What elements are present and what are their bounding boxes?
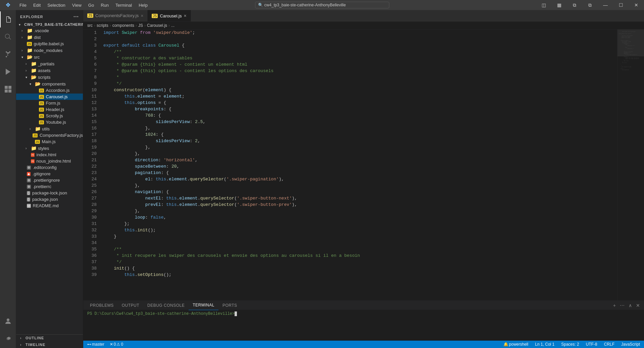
sidebar-item-assets[interactable]: ›📁 assets [16, 67, 83, 74]
sidebar-item-utils[interactable]: ›📁 utils [16, 125, 83, 132]
activity-explorer[interactable] [0, 11, 16, 27]
file-icon-main: JS [35, 140, 40, 144]
file-icon-index_html: H [31, 153, 35, 157]
window-layout2-button[interactable]: ▦ [551, 0, 567, 10]
search-input[interactable] [264, 3, 382, 7]
sidebar-item-package_json[interactable]: {} package.json [16, 196, 83, 202]
panel-collapse-button[interactable]: ∧ [627, 302, 633, 309]
tab-close-components-factory[interactable]: × [141, 13, 143, 18]
sidebar-item-form[interactable]: JS Form.js [16, 100, 83, 106]
sidebar-item-readme[interactable]: M README.md [16, 202, 83, 209]
sidebar-item-nous_joindre[interactable]: H nous_joindre.html [16, 158, 83, 164]
tab-components-factory[interactable]: JSComponentsFactory.js× [83, 10, 148, 21]
window-layout4-button[interactable]: ⧉ [582, 0, 598, 10]
sidebar-label-src: src [34, 55, 40, 60]
tab-carousel[interactable]: JSCarousel.js× [148, 10, 191, 21]
sidebar-item-gitignore[interactable]: ◆ .gitignore [16, 171, 83, 177]
activity-settings[interactable] [0, 331, 16, 347]
sidebar-item-accordion[interactable]: JS Accordion.js [16, 87, 83, 94]
menu-item-go[interactable]: Go [85, 0, 97, 10]
sidebar-item-package_lock[interactable]: {} package-lock.json [16, 190, 83, 196]
app-icon: ❖ [0, 0, 16, 10]
timeline-section[interactable]: › TIMELINE [16, 341, 83, 348]
sidebar-item-src[interactable]: ▾📂 src [16, 54, 83, 60]
window-minimize-button[interactable]: — [598, 0, 613, 10]
line-number-16: 16 [83, 125, 97, 131]
sidebar-item-components[interactable]: ▾📂 components [16, 80, 83, 87]
breadcrumb-part-1[interactable]: scripts [97, 23, 108, 28]
status-notification[interactable]: 🔔 powershell [502, 342, 530, 347]
file-icon-nous_joindre: H [31, 159, 35, 163]
menu-item-view[interactable]: View [69, 0, 85, 10]
sidebar-more-icon[interactable]: ⋯ [73, 13, 79, 20]
sidebar-item-scripts[interactable]: ▾📂 scripts [16, 74, 83, 80]
activity-accounts[interactable] [0, 313, 16, 329]
panel-add-button[interactable]: + [612, 302, 617, 309]
sidebar-item-dist[interactable]: ›📁 dist [16, 34, 83, 41]
panel-tab-debug-console[interactable]: DEBUG CONSOLE [143, 301, 189, 310]
status-branch[interactable]: ⊷ master [86, 342, 106, 347]
status-errors[interactable]: ✕ 0 ⚠ 0 [108, 342, 125, 347]
sidebar-item-scrolly[interactable]: JS Scrolly.js [16, 113, 83, 119]
outline-section[interactable]: › OUTLINE [16, 335, 83, 341]
menu-item-run[interactable]: Run [97, 0, 112, 10]
window-maximize-button[interactable]: ☐ [613, 0, 629, 10]
sidebar-root[interactable]: ▾ CW4_TP3_BAIE-STE-CATHERINE-... [16, 22, 83, 27]
terminal-content[interactable]: PS D:\Cours\Cw4\cw4_tp3_baie-ste-catheri… [83, 310, 644, 341]
activity-run-debug[interactable] [0, 64, 16, 80]
breadcrumb-part-3[interactable]: JS [138, 23, 143, 28]
panel-tab-problems[interactable]: PROBLEMS [86, 301, 118, 310]
breadcrumb-part-4[interactable]: Carousel.js [147, 23, 167, 28]
status-encoding[interactable]: UTF-8 [585, 342, 599, 347]
breadcrumb-sep-4: › [168, 23, 170, 28]
sidebar-item-carousel[interactable]: JS Carousel.js [16, 94, 83, 100]
app-body: Explorer ⋯ ▾ CW4_TP3_BAIE-STE-CATHERINE-… [0, 10, 644, 348]
menu-item-terminal[interactable]: Terminal [112, 0, 135, 10]
activity-search[interactable] [0, 29, 16, 45]
sidebar-label-prettierrc: .prettierrc [33, 184, 51, 189]
code-content[interactable]: import Swiper from 'swiper/bundle'; expo… [100, 30, 617, 300]
sidebar-item-editorconfig[interactable]: ⚙ .editorconfig [16, 164, 83, 171]
sidebar-label-vscode: .vscode [34, 28, 49, 33]
window-layout-button[interactable]: ◫ [536, 0, 551, 10]
window-close-button[interactable]: ✕ [629, 0, 644, 10]
status-language[interactable]: JavaScript [620, 342, 641, 347]
sidebar-item-_partials[interactable]: ›📁 _partials [16, 60, 83, 67]
line-number-1: 1 [83, 30, 97, 36]
status-line-ending[interactable]: CRLF [603, 342, 616, 347]
menu-item-help[interactable]: Help [135, 0, 151, 10]
sidebar-item-index_html[interactable]: H index.html [16, 152, 83, 158]
status-position[interactable]: Ln 1, Col 1 [534, 342, 556, 347]
sidebar-item-componentsfactory[interactable]: JS ComponentsFactory.js [16, 132, 83, 138]
sidebar-label-header: Header.js [46, 107, 64, 112]
line-number-17: 17 [83, 131, 97, 138]
breadcrumb-part-5[interactable]: ... [171, 23, 175, 28]
panel-close-button[interactable]: ✕ [635, 302, 641, 309]
menu-item-file[interactable]: File [16, 0, 30, 10]
sidebar-item-youtube[interactable]: JS Youtube.js [16, 119, 83, 125]
panel-tab-ports[interactable]: PORTS [218, 301, 241, 310]
sidebar-item-node_modules[interactable]: ›📁 node_modules [16, 47, 83, 54]
menu-item-selection[interactable]: Selection [44, 0, 68, 10]
menu-item-edit[interactable]: Edit [30, 0, 44, 10]
activity-source-control[interactable] [0, 46, 16, 62]
sidebar-item-prettierignore[interactable]: ⚙ .prettierignore [16, 177, 83, 183]
breadcrumb-part-2[interactable]: components [112, 23, 134, 28]
sidebar-item-prettierrc[interactable]: ⚙ .prettierrc [16, 183, 83, 190]
status-spaces[interactable]: Spaces: 2 [560, 342, 580, 347]
sidebar-item-header[interactable]: JS Header.js [16, 106, 83, 113]
tab-close-carousel[interactable]: × [184, 13, 186, 18]
activity-extensions[interactable] [0, 81, 16, 97]
panel-tab-output[interactable]: OUTPUT [118, 301, 143, 310]
code-line-13: breakpoints: { [103, 106, 614, 112]
panel-more-button[interactable]: ⋯ [618, 302, 626, 309]
sidebar-label-readme: README.md [33, 203, 59, 208]
sidebar-item-gulpfile[interactable]: JS gulpfile.babel.js [16, 41, 83, 47]
sidebar-item-main[interactable]: JS Main.js [16, 138, 83, 145]
breadcrumb-part-0[interactable]: src [87, 23, 93, 28]
window-layout3-button[interactable]: ⧉ [567, 0, 582, 10]
panel-tab-terminal[interactable]: TERMINAL [189, 301, 218, 310]
line-number-32: 32 [83, 227, 97, 233]
sidebar-item-vscode[interactable]: ›📁 .vscode [16, 27, 83, 34]
sidebar-item-styles[interactable]: ›📁 styles [16, 145, 83, 152]
